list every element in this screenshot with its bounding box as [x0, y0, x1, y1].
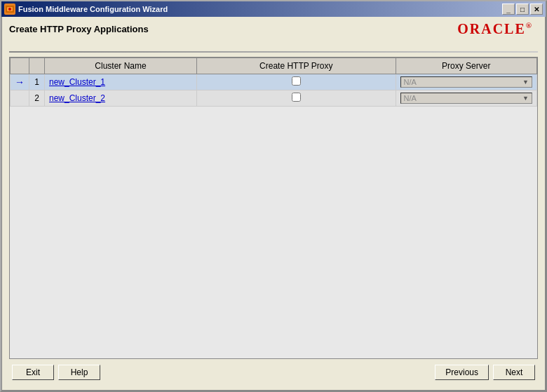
- proxy-server-cell[interactable]: N/A ▼: [396, 90, 537, 107]
- cluster-name-cell[interactable]: new_Cluster_2: [45, 90, 197, 107]
- window-controls: _ □ ✕: [502, 4, 543, 15]
- app-icon: [4, 4, 15, 15]
- page-title: Create HTTP Proxy Applications: [9, 24, 149, 34]
- header-area: Create HTTP Proxy Applications ORACLE®: [9, 24, 538, 40]
- title-bar-text: Fusion Middleware Configuration Wizard: [18, 5, 502, 13]
- arrow-icon: →: [15, 76, 25, 88]
- content-area: Create HTTP Proxy Applications ORACLE® C…: [1, 17, 546, 391]
- svg-point-2: [8, 8, 11, 11]
- create-proxy-cell[interactable]: [197, 90, 396, 107]
- col-num: [29, 58, 45, 74]
- col-indicator: [11, 58, 29, 74]
- create-proxy-checkbox[interactable]: [292, 93, 301, 102]
- help-button[interactable]: Help: [58, 365, 100, 380]
- cluster-name-link[interactable]: new_Cluster_1: [49, 77, 105, 87]
- bottom-bar: Exit Help Previous Next: [9, 359, 538, 383]
- proxy-server-dropdown[interactable]: N/A ▼: [400, 93, 533, 104]
- separator: [9, 51, 538, 53]
- cluster-name-link[interactable]: new_Cluster_2: [49, 93, 105, 103]
- main-window: Fusion Middleware Configuration Wizard _…: [0, 0, 547, 392]
- row-number: 2: [29, 90, 45, 107]
- next-button[interactable]: Next: [493, 365, 535, 380]
- table-row[interactable]: 2 new_Cluster_2 N/A ▼: [11, 90, 537, 107]
- bottom-left-buttons: Exit Help: [12, 365, 100, 380]
- exit-button[interactable]: Exit: [12, 365, 54, 380]
- create-proxy-cell[interactable]: [197, 74, 396, 90]
- proxy-server-value: N/A: [404, 94, 417, 102]
- row-indicator: →: [11, 74, 29, 90]
- col-create-proxy: Create HTTP Proxy: [197, 58, 396, 74]
- maximize-button[interactable]: □: [516, 4, 529, 15]
- data-table: Cluster Name Create HTTP Proxy Proxy Ser…: [10, 58, 537, 107]
- oracle-logo: ORACLE®: [457, 21, 533, 37]
- row-indicator: [11, 90, 29, 107]
- cluster-name-cell[interactable]: new_Cluster_1: [45, 74, 197, 90]
- proxy-server-cell[interactable]: N/A ▼: [396, 74, 537, 90]
- row-number: 1: [29, 74, 45, 90]
- col-proxy-server: Proxy Server: [396, 58, 537, 74]
- dropdown-arrow-icon: ▼: [522, 95, 529, 102]
- proxy-server-dropdown[interactable]: N/A ▼: [400, 76, 533, 88]
- table-header-row: Cluster Name Create HTTP Proxy Proxy Ser…: [11, 58, 537, 74]
- minimize-button[interactable]: _: [502, 4, 515, 15]
- proxy-server-value: N/A: [404, 78, 417, 86]
- col-cluster-name: Cluster Name: [45, 58, 197, 74]
- create-proxy-checkbox[interactable]: [292, 76, 301, 86]
- bottom-right-buttons: Previous Next: [435, 365, 535, 380]
- table-row[interactable]: → 1 new_Cluster_1 N/A ▼: [11, 74, 537, 90]
- previous-button[interactable]: Previous: [435, 365, 489, 380]
- close-button[interactable]: ✕: [530, 4, 543, 15]
- cluster-table: Cluster Name Create HTTP Proxy Proxy Ser…: [9, 57, 538, 359]
- title-bar: Fusion Middleware Configuration Wizard _…: [1, 1, 546, 17]
- dropdown-arrow-icon: ▼: [522, 79, 529, 86]
